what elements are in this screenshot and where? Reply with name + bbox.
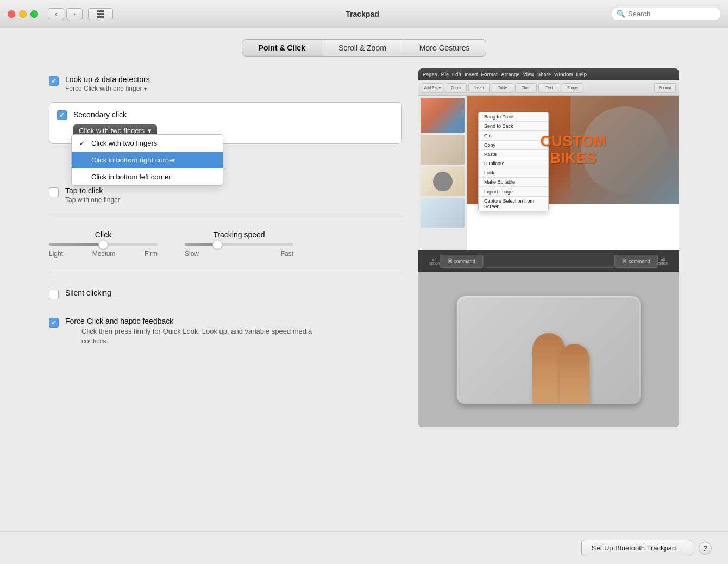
ctx-cut: Cut bbox=[479, 131, 548, 141]
preview-app-name: Pages bbox=[423, 72, 437, 77]
preview-menubar: Pages File Edit Insert Format Arrange Vi… bbox=[418, 68, 679, 80]
dropdown-item-bottom-right[interactable]: Click in bottom right corner bbox=[72, 152, 223, 168]
tap-to-click-title: Tap to click bbox=[65, 186, 120, 195]
preview-context-menu: Bring to Front Send to Back Cut Copy Pas… bbox=[478, 112, 549, 211]
search-icon: 🔍 bbox=[617, 10, 625, 18]
preview-menu-share: Share bbox=[537, 72, 551, 77]
tracking-speed-slider-track[interactable] bbox=[185, 243, 293, 246]
click-slider-group: Click Light Medium Firm bbox=[49, 230, 158, 258]
fullscreen-button[interactable] bbox=[30, 10, 38, 18]
back-button[interactable]: ‹ bbox=[48, 8, 64, 20]
silent-clicking-setting: Silent clicking bbox=[49, 282, 402, 306]
click-slider-title: Click bbox=[95, 230, 111, 239]
preview-toolbar: Add Page Zoom Insert Table Chart Text Sh… bbox=[418, 80, 679, 96]
look-up-setting: Look up & data detectors Force Click wit… bbox=[49, 68, 402, 99]
preview-toolbar-btn-format: Format bbox=[654, 83, 676, 93]
alt-right-label: alt bbox=[661, 258, 665, 261]
preview-thumbnail bbox=[421, 98, 465, 133]
trackpad-preview-area bbox=[418, 272, 679, 427]
sliders-area: Click Light Medium Firm bbox=[49, 222, 402, 266]
preview-menu-arrange: Arrange bbox=[501, 72, 520, 77]
bottom-bar: Set Up Bluetooth Trackpad... ? bbox=[0, 531, 728, 564]
finger-2 bbox=[560, 344, 589, 404]
secondary-click-dropdown-menu: ✓ Click with two fingers Click in bottom… bbox=[71, 134, 223, 186]
option-right-label: option bbox=[658, 261, 668, 265]
tap-to-click-checkbox[interactable] bbox=[49, 187, 59, 197]
look-up-label-group: Look up & data detectors Force Click wit… bbox=[65, 75, 150, 92]
divider-2 bbox=[49, 272, 402, 272]
search-box[interactable]: 🔍 bbox=[612, 8, 720, 20]
ctx-import-image: Import Image bbox=[479, 187, 548, 197]
tab-scroll-zoom[interactable]: Scroll & Zoom bbox=[322, 39, 403, 57]
click-slider-labels: Light Medium Firm bbox=[49, 250, 158, 258]
preview-sidebar bbox=[418, 96, 467, 250]
click-slider-thumb[interactable] bbox=[98, 240, 108, 249]
close-button[interactable] bbox=[8, 10, 15, 18]
key-alt-right: alt option bbox=[658, 258, 668, 265]
tracking-speed-slider-group: Tracking speed Slow Fast bbox=[185, 230, 293, 258]
left-panel: Look up & data detectors Force Click wit… bbox=[49, 68, 402, 521]
traffic-lights bbox=[8, 10, 38, 18]
force-click-title: Force Click and haptic feedback bbox=[65, 317, 321, 325]
secondary-click-checkbox[interactable] bbox=[57, 110, 67, 120]
preview-thumbnail-4 bbox=[421, 198, 465, 228]
titlebar: ‹ › Trackpad 🔍 bbox=[0, 0, 728, 28]
silent-clicking-checkbox[interactable] bbox=[49, 290, 59, 299]
preview-menu-edit: Edit bbox=[452, 72, 461, 77]
preview-image: Pages File Edit Insert Format Arrange Vi… bbox=[418, 68, 679, 427]
tracking-speed-labels: Slow Fast bbox=[185, 250, 293, 258]
dropdown-item-two-fingers[interactable]: ✓ Click with two fingers bbox=[72, 135, 223, 152]
tab-bar: Point & Click Scroll & Zoom More Gesture… bbox=[242, 39, 487, 57]
tracking-speed-thumb[interactable] bbox=[212, 240, 222, 249]
force-click-description: Click then press firmly for Quick Look, … bbox=[81, 327, 321, 346]
force-click-label-group: Force Click and haptic feedback Click th… bbox=[65, 317, 321, 346]
preview-menu-view: View bbox=[523, 72, 534, 77]
look-up-checkbox[interactable] bbox=[49, 76, 59, 86]
bluetooth-setup-button[interactable]: Set Up Bluetooth Trackpad... bbox=[581, 540, 692, 556]
preview-body: CUSTOMBIKES Bring to Front Send to Back … bbox=[418, 96, 679, 250]
right-panel: Pages File Edit Insert Format Arrange Vi… bbox=[418, 68, 679, 521]
command-left-key: ⌘ command bbox=[440, 255, 483, 268]
dropdown-chevron-icon: ▾ bbox=[148, 127, 152, 135]
preview-menu-window: Window bbox=[554, 72, 573, 77]
mac-preview: Pages File Edit Insert Format Arrange Vi… bbox=[418, 68, 679, 427]
preview-main-area: CUSTOMBIKES Bring to Front Send to Back … bbox=[467, 96, 679, 250]
preview-toolbar-btn-5: Chart bbox=[515, 83, 537, 93]
content-area: Look up & data detectors Force Click wit… bbox=[49, 68, 679, 521]
click-label-light: Light bbox=[49, 250, 63, 258]
tap-to-click-subtitle[interactable]: Tap with one finger bbox=[65, 196, 120, 204]
preview-toolbar-btn-6: Text bbox=[538, 83, 560, 93]
ctx-bring-to-front: Bring to Front bbox=[479, 112, 548, 122]
tab-point-click[interactable]: Point & Click bbox=[242, 39, 322, 57]
ctx-duplicate: Duplicate bbox=[479, 159, 548, 168]
preview-menu-format: Format bbox=[481, 72, 498, 77]
help-button[interactable]: ? bbox=[699, 542, 712, 555]
alt-left-label: alt bbox=[432, 258, 436, 261]
forward-button[interactable]: › bbox=[66, 8, 83, 20]
ctx-lock: Lock bbox=[479, 168, 548, 178]
secondary-click-title: Secondary click bbox=[73, 110, 127, 119]
preview-toolbar-btn-7: Shape bbox=[562, 83, 583, 93]
force-click-checkbox[interactable] bbox=[49, 318, 59, 328]
grid-icon bbox=[97, 10, 104, 18]
ctx-paste: Paste bbox=[479, 150, 548, 159]
search-input[interactable] bbox=[628, 10, 716, 18]
app-grid-button[interactable] bbox=[88, 8, 113, 20]
tab-more-gestures[interactable]: More Gestures bbox=[403, 39, 487, 57]
main-content: Point & Click Scroll & Zoom More Gesture… bbox=[0, 28, 728, 531]
tracking-speed-slider-container: Slow Fast bbox=[185, 243, 293, 258]
preview-toolbar-btn-4: Table bbox=[492, 83, 513, 93]
minimize-button[interactable] bbox=[19, 10, 27, 18]
click-slider-track[interactable] bbox=[49, 243, 158, 246]
click-label-medium: Medium bbox=[92, 250, 116, 258]
trackpad-surface bbox=[456, 296, 641, 404]
dropdown-item-bottom-left[interactable]: Click in bottom left corner bbox=[72, 168, 223, 185]
preview-keyboard: alt option ⌘ command ⌘ command alt optio… bbox=[418, 250, 679, 272]
preview-page-content: CUSTOMBIKES Bring to Front Send to Back … bbox=[467, 96, 679, 250]
ctx-capture: Capture Selection from Screen bbox=[479, 197, 548, 211]
tracking-label-slow: Slow bbox=[185, 250, 199, 258]
look-up-subtitle[interactable]: Force Click with one finger ▾ bbox=[65, 85, 150, 92]
preview-menu-help: Help bbox=[576, 72, 587, 77]
ctx-make-editable: Make Editable bbox=[479, 178, 548, 187]
checkmark-icon: ✓ bbox=[79, 140, 87, 147]
